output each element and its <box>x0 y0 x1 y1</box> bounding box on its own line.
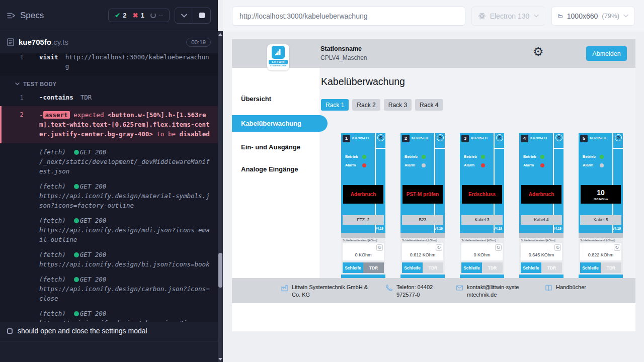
viewport-size: 1000x660 <box>567 12 598 20</box>
iso-unit: ISO MOhm <box>594 198 608 201</box>
resistance-value: 0.612 KOhm <box>402 252 443 257</box>
card-divider-h <box>554 148 564 149</box>
fetch-log-entry[interactable]: (fetch)GET 200 https://api.iconify.desig… <box>0 177 218 212</box>
card-gear-icon[interactable]: ⚙ <box>496 134 503 141</box>
scrollbar-thumb[interactable] <box>218 253 222 288</box>
card-header: 2 KÜ705-FO ⚙ <box>400 133 445 144</box>
tdr-button-disabled[interactable]: TDR <box>482 262 503 273</box>
fetch-log-entry[interactable]: (fetch)GET 200 https://api.iconify.desig… <box>0 270 218 305</box>
littwin-logo: LITTWIN SYSTEMTECHNIK <box>267 44 289 70</box>
littwin-logo-icon <box>272 46 285 59</box>
refresh-icon[interactable]: ↻ <box>614 244 620 251</box>
browser-selector[interactable]: Electron 130 <box>471 7 545 26</box>
card-gear-icon[interactable]: ⚙ <box>377 134 384 141</box>
tdr-button[interactable]: TDR <box>363 262 384 273</box>
viewport-zoom: (79%) <box>602 12 619 20</box>
card-gap <box>460 233 504 238</box>
specs-list-icon <box>7 12 16 19</box>
firmware-version: V4.19 <box>434 227 443 230</box>
tab-rack-4[interactable]: Rack 4 <box>415 99 443 111</box>
tdr-button-disabled[interactable]: TDR <box>541 262 562 273</box>
status-display: Aderbruch <box>521 185 561 204</box>
fetch-log-entry[interactable]: (fetch)GET 200 https://api.iconify.desig… <box>0 212 218 246</box>
spec-name: kue705fo <box>19 38 51 46</box>
url-input[interactable] <box>232 7 465 26</box>
card-divider-h <box>613 148 623 149</box>
sidebar-item-analoge-eingaenge[interactable]: Analoge Eingänge <box>232 161 319 177</box>
reporter-scrollbar[interactable] <box>218 31 223 362</box>
card-model: KÜ705-FO <box>530 136 547 140</box>
resistance-label: Schleifenwiderstand [kOhm] <box>521 239 555 242</box>
firmware-version: V4.19 <box>612 227 621 230</box>
iso-value: 10 <box>597 189 605 197</box>
aut-toolbar: Electron 130 1000x660 (79%) <box>223 0 644 32</box>
refresh-icon[interactable]: ↻ <box>495 244 502 251</box>
stop-icon <box>199 13 205 18</box>
card-header: 4 KÜ705-FO ⚙ <box>519 133 564 144</box>
card-gap <box>341 233 385 238</box>
stop-button[interactable] <box>193 8 210 23</box>
fetch-log-entry[interactable]: (fetch)GET 200 https://api.iconify.desig… <box>0 246 218 270</box>
betrieb-indicator: Betrieb <box>464 154 485 159</box>
spec-file-row[interactable]: kue705fo.cy.ts 00:19 <box>0 31 218 53</box>
card-gear-icon[interactable]: ⚙ <box>437 134 444 141</box>
scroll-down-arrow[interactable] <box>218 356 223 362</box>
card-bottom-strip <box>341 275 385 278</box>
book-icon <box>545 284 552 292</box>
resistance-value-box: ↻ 0.822 KOhm <box>580 243 621 260</box>
refresh-icon[interactable]: ↻ <box>436 244 442 251</box>
schleife-button[interactable]: Schleife <box>461 262 482 273</box>
command-assert-failed[interactable]: 2 -assert expected <button.w-[50%].h-[1.… <box>0 106 218 143</box>
sidebar-item-uebersicht[interactable]: Übersicht <box>232 91 319 107</box>
fetch-log-entry[interactable]: (fetch)GET 200 /_next/static/development… <box>0 143 218 177</box>
fetch-log-entry[interactable]: (fetch)GET 200 https://api.iconify.desig… <box>0 305 218 322</box>
phone-icon <box>385 284 393 292</box>
resistance-value: 0 KOhm <box>343 252 384 257</box>
sidebar-item-kabelueberwachung[interactable]: Kabelüberwachung <box>232 115 328 132</box>
specs-button[interactable]: Specs <box>7 11 44 21</box>
tdr-button-disabled[interactable]: TDR <box>601 262 621 273</box>
refresh-icon[interactable]: ↻ <box>376 244 383 251</box>
settings-gear-icon[interactable]: ⚙ <box>533 46 544 58</box>
tdr-button-disabled[interactable]: TDR <box>423 262 443 273</box>
card-header: 5 KÜ705-FO ⚙ <box>579 133 623 144</box>
page-title: Kabelüberwachung <box>321 76 405 87</box>
schleife-button[interactable]: Schleife <box>343 262 363 273</box>
tab-rack-1[interactable]: Rack 1 <box>321 99 349 111</box>
card-header: 3 KÜ705-FO ⚙ <box>460 133 504 144</box>
card-gear-icon[interactable]: ⚙ <box>555 134 562 141</box>
schleife-button[interactable]: Schleife <box>580 262 601 273</box>
station-label: Stationsname <box>320 45 367 52</box>
schleife-button[interactable]: Schleife <box>521 262 541 273</box>
card-gear-icon[interactable]: ⚙ <box>615 134 622 141</box>
pending-test-row[interactable]: should open and close the settings modal <box>0 324 218 338</box>
chevron-down-icon <box>534 14 539 18</box>
device-card-4: 4 KÜ705-FO ⚙ Betrieb Alarm Aderbruch Kab… <box>519 133 564 278</box>
resistance-label: Schleifenwiderstand [kOhm] <box>461 239 496 242</box>
scroll-up-arrow[interactable] <box>218 31 223 37</box>
refresh-icon[interactable]: ↻ <box>554 244 561 251</box>
card-gap <box>519 233 564 238</box>
assert-badge: assert <box>43 111 70 119</box>
card-number: 1 <box>343 135 350 142</box>
logout-button[interactable]: Abmelden <box>586 46 627 61</box>
tab-rack-2[interactable]: Rack 2 <box>352 99 380 111</box>
footer-manuals[interactable]: Handbücher <box>545 284 586 292</box>
tab-rack-3[interactable]: Rack 3 <box>384 99 412 111</box>
card-panel: Schleifenwiderstand [kOhm] ↻ 0.645 KOhm … <box>519 238 564 278</box>
test-body-section[interactable]: TEST BODY <box>0 75 218 90</box>
sidebar-item-ein-und-ausgaenge[interactable]: Ein- und Ausgänge <box>232 139 319 155</box>
status-display: PST-M prüfen <box>403 185 443 204</box>
card-divider-h <box>495 148 504 149</box>
collapse-button[interactable] <box>175 8 193 23</box>
cable-label: B23 <box>402 215 443 225</box>
firmware-version: V4.19 <box>553 227 561 230</box>
cable-label: Kabel 5 <box>580 215 621 225</box>
viewport-size-selector[interactable]: 1000x660 (79%) <box>551 7 635 26</box>
littwin-logo-subtext: SYSTEMTECHNIK <box>270 65 287 67</box>
schleife-button[interactable]: Schleife <box>402 262 423 273</box>
led-off <box>422 163 426 167</box>
led-green <box>540 155 544 159</box>
command-visit[interactable]: 1 visit http://localhost:3000/kabelueber… <box>0 53 218 75</box>
command-contains[interactable]: 1 -contains TDR <box>0 90 218 105</box>
